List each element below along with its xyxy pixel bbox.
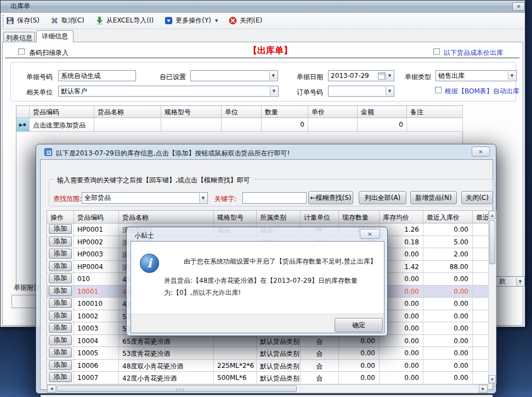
stock-cell-last[interactable]: 5.00 — [423, 236, 473, 249]
stock-table-row[interactable]: 添加1000648度双小青花瓷汾酒225ML*2*6默认货品类别合0.000.0… — [47, 360, 488, 372]
add-item-button[interactable]: 添加 — [49, 311, 72, 321]
grid-cell-amount[interactable]: 0 — [358, 118, 407, 132]
stock-cell-code[interactable]: 010 — [74, 273, 119, 286]
stock-cell-code[interactable]: 10006 — [74, 360, 119, 372]
close-form-button[interactable]: 关闭(E) — [229, 16, 262, 25]
stock-cell-qty[interactable]: 0.00 — [339, 335, 380, 348]
grid-header-cell[interactable]: 单价 — [308, 106, 358, 118]
related-unit-combo[interactable]: 默认客户 ▼ — [58, 86, 279, 97]
stock-cell-cat[interactable]: 默认货品类别 — [257, 347, 301, 360]
grid-cell-code[interactable]: 点击这里添加货品 — [30, 118, 94, 132]
stock-cell-spec[interactable] — [214, 347, 257, 360]
chevron-down-icon[interactable]: ▼ — [386, 71, 393, 80]
add-item-button[interactable]: 添加 — [49, 348, 72, 357]
grid-new-row[interactable]: ▶✱点击这里添加货品00 — [16, 118, 462, 132]
stock-cell-cat[interactable]: 默认货品类别 — [257, 335, 301, 348]
stock-cell-cat[interactable]: 默认货品类别 — [257, 372, 301, 384]
vertical-scrollbar[interactable]: ▲ ▼ — [488, 210, 496, 384]
stock-cell-last[interactable]: 0.00 — [423, 223, 473, 236]
grid-header-cell[interactable] — [16, 106, 30, 118]
grid-header-cell[interactable]: 金额 — [358, 106, 407, 118]
stock-header-cell[interactable]: 计量单位 — [301, 211, 339, 223]
stock-cell-last[interactable]: 0.00 — [423, 335, 473, 348]
order-type-combo[interactable]: 销售出库 ▼ — [435, 70, 517, 81]
bom-checkbox[interactable] — [435, 87, 442, 93]
add-item-button[interactable]: 添加 — [49, 249, 72, 259]
stock-cell-qty[interactable]: 0.00 — [339, 360, 380, 372]
add-item-button[interactable]: 添加 — [49, 273, 72, 283]
stock-cell-qty[interactable]: 0.00 — [339, 372, 380, 384]
stock-cell-code[interactable]: 10001 — [74, 286, 119, 298]
grid-cell-qty[interactable]: 0 — [262, 118, 308, 132]
custom-set-combo[interactable]: ▼ — [190, 70, 278, 81]
add-item-button[interactable]: 添加 — [49, 323, 72, 333]
chevron-down-icon[interactable]: ▼ — [516, 277, 524, 286]
save-button[interactable]: 保存(S) — [6, 16, 39, 25]
stock-header-cell[interactable]: 现存数量 — [339, 211, 380, 223]
stock-cell-unit[interactable]: 合 — [301, 335, 339, 348]
more-actions-button[interactable]: 更多操作(Y) ▼ — [165, 16, 218, 25]
stock-cell-code[interactable]: 10007 — [74, 372, 119, 384]
add-item-button[interactable]: 添加 — [49, 336, 72, 345]
stock-header-cell[interactable]: 操作 — [47, 211, 74, 223]
fuzzy-search-button[interactable]: ←模糊查找(S) — [308, 191, 353, 204]
add-item-button[interactable]: 添加 — [49, 286, 72, 296]
new-item-button[interactable]: 新增货品(N) — [410, 191, 457, 204]
stock-cell-last[interactable]: 88.00 — [423, 261, 473, 273]
stock-cell-unit[interactable]: 合 — [301, 347, 339, 360]
scrollbar-thumb[interactable] — [56, 385, 297, 392]
cancel-button[interactable]: 取消(C) — [50, 16, 84, 25]
stock-cell-spec[interactable]: 225ML*2*6 — [214, 360, 257, 372]
stock-cell-spec[interactable] — [214, 335, 257, 348]
scope-combo[interactable]: 全部货品 ▼ — [82, 192, 208, 204]
add-item-button[interactable]: 添加 — [49, 372, 72, 382]
window-close-button[interactable]: ✕ — [512, 2, 525, 11]
stock-cell-code[interactable]: HP0002 — [74, 236, 119, 249]
stock-table-row[interactable]: 添加1000553度青花瓷汾酒默认货品类别合0.000.000.00 — [47, 347, 488, 360]
stock-cell-qty[interactable]: 0.00 — [339, 347, 380, 360]
scroll-down-button[interactable]: ▼ — [489, 375, 496, 383]
stock-cell-last[interactable]: 0.00 — [423, 298, 473, 310]
chevron-down-icon[interactable]: ▼ — [269, 71, 277, 80]
close-dialog-button[interactable]: 关闭(C) — [461, 191, 493, 204]
stock-table-row[interactable]: 添加1000465度青花瓷汾酒默认货品类别合0.000.000.00 — [47, 335, 488, 348]
chevron-down-icon[interactable]: ▼ — [508, 71, 516, 80]
purchase-order-combo[interactable]: ▼ — [328, 86, 394, 97]
grid-header-cell[interactable]: 货品编码 — [30, 106, 94, 118]
stock-header-cell[interactable]: 最近入库价 — [423, 211, 473, 223]
stock-cell-name[interactable]: 53度青花瓷汾酒 — [119, 347, 214, 360]
keyword-input[interactable] — [242, 192, 307, 204]
stock-header-cell[interactable]: 库存均价 — [380, 211, 423, 223]
add-item-button[interactable]: 添加 — [49, 261, 72, 271]
horizontal-scrollbar[interactable]: ◀ ▶ — [47, 384, 488, 393]
grid-cell-note[interactable] — [407, 118, 463, 132]
stock-cell-name[interactable]: 48度双小青花瓷汾酒 — [119, 360, 214, 372]
add-item-button[interactable]: 添加 — [49, 298, 72, 308]
stock-cell-last[interactable]: 0.00 — [423, 273, 473, 286]
stock-cell-code[interactable]: 10004 — [74, 335, 119, 348]
stock-cell-code[interactable]: 10002 — [74, 310, 119, 323]
chevron-down-icon[interactable]: ▼ — [386, 87, 393, 96]
grid-header-cell[interactable]: 单位 — [222, 106, 262, 118]
stock-cell-avg[interactable]: 0.00 — [380, 360, 423, 372]
barcode-scan-checkbox[interactable] — [18, 48, 25, 55]
stock-header-cell[interactable]: 货品编码 — [74, 211, 119, 223]
stock-cell-code[interactable]: HP0004 — [74, 261, 119, 273]
stock-cell-name[interactable]: 42度小青花瓷汾酒 — [119, 372, 214, 384]
stock-cell-last[interactable]: 0.00 — [423, 372, 473, 384]
payment-combo[interactable]: 款 ▼ — [493, 276, 525, 287]
stock-header-cell[interactable]: 所属类别 — [257, 211, 301, 223]
add-item-button[interactable]: 添加 — [49, 237, 72, 247]
stock-cell-name[interactable]: 65度青花瓷汾酒 — [119, 335, 214, 348]
stock-cell-code[interactable]: 100010 — [74, 298, 119, 310]
list-all-button[interactable]: 列出全部(A) — [359, 191, 406, 204]
grid-cell-name[interactable] — [94, 118, 161, 132]
stock-cell-last[interactable]: 0.00 — [423, 322, 473, 335]
window-titlebar[interactable]: 出库单 — [1, 1, 525, 13]
order-date-picker[interactable]: 2013-07-29 ▼ — [328, 70, 394, 81]
grid-header-cell[interactable]: 数量 — [262, 106, 308, 118]
tab-detail-info[interactable]: 详细信息 — [36, 30, 73, 42]
grid-header-cell[interactable]: 规格型号 — [161, 106, 222, 118]
stock-cell-unit[interactable]: 合 — [301, 360, 339, 372]
stock-cell-code[interactable]: 10003 — [74, 322, 119, 335]
